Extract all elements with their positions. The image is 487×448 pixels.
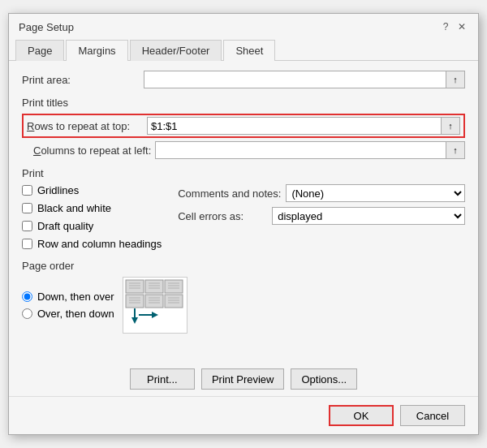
close-button[interactable]: ✕ [455, 20, 468, 33]
row-col-headings-checkbox[interactable] [22, 239, 32, 249]
title-bar: Page Setup ? ✕ [9, 14, 478, 37]
footer-bottom-buttons: OK Cancel [9, 396, 478, 434]
down-then-over-radio[interactable] [22, 291, 32, 302]
draft-quality-row: Draft quality [22, 220, 162, 232]
print-titles-label: Print titles [22, 97, 465, 109]
cell-errors-row: Cell errors as: displayed blank -- #N/A [178, 207, 465, 225]
print-button[interactable]: Print... [130, 368, 195, 390]
draft-quality-checkbox[interactable] [22, 221, 32, 231]
page-order-section: Page order Down, then over Over, then do… [22, 260, 465, 334]
black-white-row: Black and white [22, 202, 162, 214]
print-section-title: Print [22, 167, 465, 179]
page-order-radios: Down, then over Over, then down [22, 291, 114, 320]
rows-repeat-input-group: ↑ [147, 117, 460, 135]
svg-rect-0 [126, 280, 144, 293]
page-order-svg [124, 278, 186, 332]
cols-repeat-row: Columns to repeat at left: ↑ [22, 141, 465, 159]
rows-repeat-label: Rows to repeat at top: [27, 120, 147, 132]
down-then-over-label: Down, then over [37, 291, 114, 303]
ok-button[interactable]: OK [329, 405, 394, 426]
svg-marker-27 [152, 312, 158, 318]
options-button[interactable]: Options... [291, 368, 357, 390]
page-order-content: Down, then over Over, then down [22, 277, 465, 334]
page-order-title: Page order [22, 260, 465, 272]
print-section: Print Gridlines Black and white Draft qu… [22, 167, 465, 252]
print-area-input[interactable] [144, 71, 446, 88]
tab-header-footer[interactable]: Header/Footer [130, 40, 222, 61]
svg-rect-3 [126, 295, 144, 308]
svg-rect-1 [145, 280, 163, 293]
over-then-down-label: Over, then down [37, 308, 114, 320]
svg-rect-5 [165, 295, 183, 308]
dialog-title: Page Setup [19, 21, 74, 33]
black-white-label: Black and white [37, 202, 111, 214]
tab-margins[interactable]: Margins [66, 40, 127, 61]
cell-errors-dropdown[interactable]: displayed blank -- #N/A [272, 207, 465, 225]
gridlines-checkbox[interactable] [22, 185, 32, 196]
over-then-down-row: Over, then down [22, 308, 114, 320]
print-area-row: Print area: ↑ [22, 71, 465, 88]
svg-marker-25 [131, 317, 138, 324]
over-then-down-radio[interactable] [22, 308, 32, 319]
help-button[interactable]: ? [439, 20, 452, 33]
cols-repeat-collapse-btn[interactable]: ↑ [446, 141, 465, 159]
black-white-checkbox[interactable] [22, 203, 32, 213]
draft-quality-label: Draft quality [37, 220, 93, 232]
down-then-over-row: Down, then over [22, 291, 114, 303]
cols-repeat-input-group: ↑ [155, 141, 465, 159]
svg-rect-2 [165, 280, 183, 293]
cols-repeat-input[interactable] [155, 141, 446, 159]
print-dropdowns: Comments and notes: (None) At end of she… [178, 184, 465, 252]
rows-repeat-collapse-btn[interactable]: ↑ [441, 117, 460, 135]
tab-page[interactable]: Page [15, 40, 64, 61]
rows-repeat-row: Rows to repeat at top: ↑ [22, 114, 465, 138]
row-col-headings-label: Row and column headings [37, 238, 162, 250]
dialog-content: Print area: ↑ Print titles Rows to repea… [9, 61, 478, 368]
page-setup-dialog: Page Setup ? ✕ Page Margins Header/Foote… [8, 13, 479, 435]
row-col-headings-row: Row and column headings [22, 238, 162, 250]
page-order-diagram [123, 277, 187, 334]
print-area-label: Print area: [22, 74, 144, 86]
print-area-input-group: ↑ [144, 71, 465, 88]
tab-bar: Page Margins Header/Footer Sheet [9, 40, 478, 61]
cancel-button[interactable]: Cancel [400, 405, 465, 426]
svg-rect-4 [145, 295, 163, 308]
tab-sheet[interactable]: Sheet [223, 40, 275, 61]
print-checkboxes: Gridlines Black and white Draft quality … [22, 184, 162, 252]
comments-dropdown[interactable]: (None) At end of sheet As displayed on s… [286, 184, 465, 202]
gridlines-row: Gridlines [22, 184, 162, 196]
comments-row: Comments and notes: (None) At end of she… [178, 184, 465, 202]
print-preview-button[interactable]: Print Preview [201, 368, 285, 390]
footer-top-buttons: Print... Print Preview Options... [9, 368, 478, 396]
print-options: Gridlines Black and white Draft quality … [22, 184, 465, 252]
cols-repeat-label: Columns to repeat at left: [33, 144, 155, 157]
rows-repeat-input[interactable] [147, 117, 441, 135]
cell-errors-label: Cell errors as: [178, 210, 267, 222]
print-area-collapse-btn[interactable]: ↑ [446, 71, 465, 88]
title-controls: ? ✕ [439, 20, 468, 33]
gridlines-label: Gridlines [37, 184, 79, 196]
comments-label: Comments and notes: [178, 187, 281, 200]
